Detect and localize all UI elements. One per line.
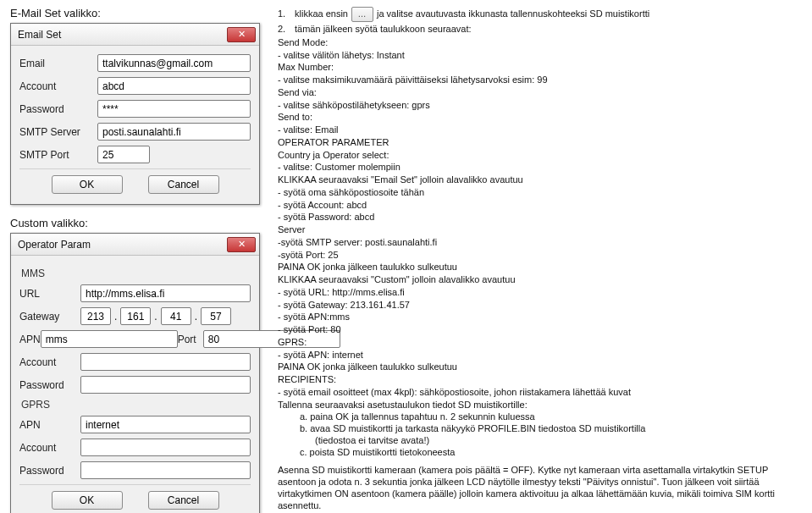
email-set-heading: E-Mail Set valikko: <box>10 7 266 19</box>
instr-line: - syötä Password: abcd <box>278 212 802 223</box>
ip-dot: . <box>191 311 201 323</box>
mms-account-label: Account <box>19 356 80 368</box>
gateway-label: Gateway <box>19 311 80 323</box>
instr-line: - syötä Account: abcd <box>278 200 802 212</box>
mms-password-input[interactable] <box>80 376 251 394</box>
step1-post: ja valitse avautuvasta ikkunasta tallenn… <box>377 8 649 20</box>
mms-group-label: MMS <box>21 268 251 279</box>
instr-line: Tallenna seuraavaksi asetustaulukon tied… <box>278 400 802 411</box>
instr-line: PAINA OK jonka jälkeen taulukko sulkeutu… <box>278 361 802 373</box>
custom-heading: Custom valikko: <box>10 217 266 229</box>
instr-line: -syötä SMTP server: posti.saunalahti.fi <box>278 237 802 249</box>
password-input[interactable] <box>97 100 251 118</box>
smtp-server-input[interactable] <box>97 123 251 141</box>
gprs-account-input[interactable] <box>80 439 251 456</box>
instr-line: - syötä oma sähköpostiosoite tähän <box>278 187 802 199</box>
instr-line: Max Number: <box>278 62 802 74</box>
instr-line: - valitse välitön lähetys: Instant <box>278 50 802 62</box>
sub-c: c. poista SD muistikortti tietokoneesta <box>278 447 802 459</box>
gprs-apn-label: APN <box>19 419 80 431</box>
gprs-group-label: GPRS <box>21 399 251 411</box>
ip-dot: . <box>151 311 160 323</box>
instr-line: Send to: <box>278 112 802 124</box>
url-input[interactable] <box>80 284 251 302</box>
url-label: URL <box>19 288 80 300</box>
cancel-button[interactable]: Cancel <box>148 491 219 510</box>
instr-line: - syötä APN:mms <box>278 312 802 323</box>
ok-button[interactable]: OK <box>52 175 123 194</box>
gprs-apn-input[interactable] <box>80 416 251 433</box>
gateway-seg-3[interactable] <box>161 307 191 325</box>
gprs-account-label: Account <box>19 442 80 454</box>
instr-line: - syötä Port: 80 <box>278 324 802 336</box>
step1-pre: klikkaa ensin <box>295 8 348 20</box>
smtp-server-label: SMTP Server <box>19 126 97 138</box>
gprs-password-label: Password <box>19 465 80 477</box>
instr-line: - valitse maksimikuvamäärä päivittäiseks… <box>278 74 802 86</box>
step-number: 2. <box>278 24 295 36</box>
step-number: 1. <box>278 8 295 20</box>
sub-a: a. paina OK ja tallennus tapahtuu n. 2 s… <box>278 411 802 423</box>
instr-line: - syötä URL: http://mms.elisa.fi <box>278 287 802 299</box>
instr-line: Server <box>278 224 802 236</box>
port-label: Port <box>178 334 203 345</box>
ok-button[interactable]: OK <box>52 491 123 510</box>
gateway-seg-2[interactable] <box>120 307 151 325</box>
apn-label: APN <box>19 334 41 345</box>
instr-line: KLIKKAA seuraavaksi "Custom" jolloin ala… <box>278 274 802 286</box>
mms-account-input[interactable] <box>80 353 251 371</box>
instr-line: - syötä Gateway: 213.161.41.57 <box>278 300 802 312</box>
instr-line: - valitse: Email <box>278 124 802 136</box>
email-input[interactable] <box>97 54 251 72</box>
operator-param-dialog: Operator Param ✕ MMS URL Gateway . . <box>10 233 260 513</box>
ellipsis-button-icon: … <box>351 7 373 22</box>
step2-text: tämän jälkeen syötä taulukkoon seuraavat… <box>295 24 472 36</box>
close-icon[interactable]: ✕ <box>227 237 256 252</box>
smtp-port-input[interactable] <box>97 146 150 163</box>
footer-paragraph: Asenna SD muistikortti kameraan (kamera … <box>278 465 802 511</box>
email-set-title: Email Set <box>18 29 227 41</box>
ip-dot: . <box>111 311 120 323</box>
gateway-seg-1[interactable] <box>80 307 111 325</box>
mms-password-label: Password <box>19 379 80 391</box>
instr-line: - valitse: Customer molempiin <box>278 162 802 174</box>
smtp-port-label: SMTP Port <box>19 149 97 161</box>
email-label: Email <box>19 58 97 69</box>
instr-line: - valitse sähköpostilähetykseen: gprs <box>278 100 802 112</box>
cancel-button[interactable]: Cancel <box>148 175 219 194</box>
instr-line: KLIKKAA seuraavaksi "Email Set" jolloin … <box>278 174 802 186</box>
gprs-password-input[interactable] <box>80 461 251 479</box>
sub-b: b. avaa SD muistikortti ja tarkasta näky… <box>278 423 802 435</box>
account-label: Account <box>19 80 97 92</box>
instr-line: - syötä email osoitteet (max 4kpl): sähk… <box>278 387 802 399</box>
instr-line: -syötä Port: 25 <box>278 250 802 262</box>
instr-line: Send Mode: <box>278 37 802 49</box>
email-set-dialog: Email Set ✕ Email Account Password SMTP … <box>10 23 260 205</box>
password-label: Password <box>19 103 97 115</box>
instr-line: RECIPIENTS: <box>278 374 802 386</box>
instr-line: GPRS: <box>278 337 802 349</box>
instr-line: Send via: <box>278 87 802 99</box>
sub-b2: (tiedostoa ei tarvitse avata!) <box>278 435 802 447</box>
close-icon[interactable]: ✕ <box>227 27 256 42</box>
operator-param-title: Operator Param <box>18 239 227 251</box>
instructions-text: 1. klikkaa ensin … ja valitse avautuvast… <box>273 7 802 512</box>
account-input[interactable] <box>97 77 251 95</box>
apn-input[interactable] <box>41 330 178 348</box>
instr-line: - syötä APN: internet <box>278 350 802 361</box>
instr-line: OPERATOR PARAMETER <box>278 137 802 149</box>
instr-line: Country ja Operator select: <box>278 150 802 162</box>
gateway-seg-4[interactable] <box>201 307 231 325</box>
instr-line: PAINA OK jonka jälkeen taulukko sulkeutu… <box>278 262 802 273</box>
